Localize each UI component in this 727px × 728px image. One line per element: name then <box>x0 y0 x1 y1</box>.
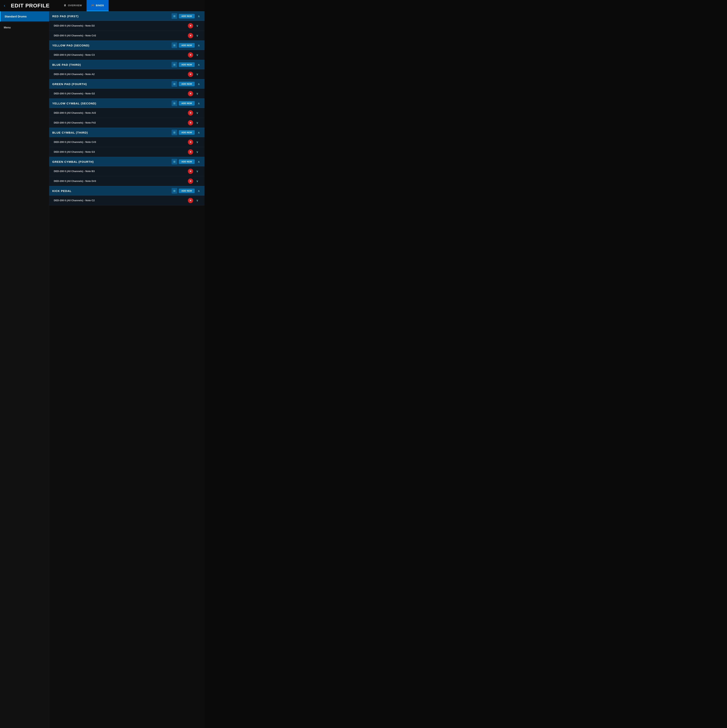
section-controls-green-cymbal: ⊞ ADD NEW ∧ <box>171 159 202 164</box>
nav-tab-binds[interactable]: 🎮BINDS <box>87 0 108 11</box>
section-header-yellow-pad: YELLOW PAD (SECOND) ⊞ ADD NEW ∧ <box>49 41 205 50</box>
nav-tab-overview[interactable]: 🖥OVERVIEW <box>59 0 86 11</box>
expand-button[interactable]: ∨ <box>195 179 200 184</box>
section-title-yellow-cymbal: YELLOW CYMBAL (SECOND) <box>52 102 171 105</box>
sidebar: Standard Drums Menu <box>0 11 49 728</box>
add-new-button-yellow-cymbal[interactable]: ADD NEW <box>179 101 195 106</box>
add-new-button-red-pad[interactable]: ADD NEW <box>179 14 195 18</box>
chevron-up-red-pad[interactable]: ∧ <box>196 14 202 19</box>
delete-button[interactable]: ✕ <box>188 169 193 174</box>
section-controls-yellow-pad: ⊞ ADD NEW ∧ <box>171 43 202 48</box>
section-title-green-cymbal: GREEN CYMBAL (FOURTH) <box>52 160 171 163</box>
grid-icon-blue-cymbal[interactable]: ⊞ <box>171 130 177 135</box>
bind-row: DED-200 0 (All Channels) - Note C2 ✕ ∨ <box>49 196 205 205</box>
add-new-button-kick-pedal[interactable]: ADD NEW <box>179 188 195 193</box>
section-header-yellow-cymbal: YELLOW CYMBAL (SECOND) ⊞ ADD NEW ∧ <box>49 98 205 108</box>
delete-button[interactable]: ✕ <box>188 179 193 184</box>
section-title-yellow-pad: YELLOW PAD (SECOND) <box>52 44 171 47</box>
delete-button[interactable]: ✕ <box>188 52 193 58</box>
delete-button[interactable]: ✕ <box>188 23 193 28</box>
delete-button[interactable]: ✕ <box>188 110 193 116</box>
add-new-button-green-cymbal[interactable]: ADD NEW <box>179 159 195 164</box>
page-title: EDIT PROFILE <box>11 3 50 9</box>
chevron-up-blue-cymbal[interactable]: ∧ <box>196 130 202 135</box>
section-header-blue-cymbal: BLUE CYMBAL (THIRD) ⊞ ADD NEW ∧ <box>49 128 205 137</box>
sidebar-item-menu[interactable]: Menu <box>0 23 49 32</box>
bind-controls: ✕ ∨ <box>188 149 200 154</box>
section-controls-blue-pad: ⊞ ADD NEW ∧ <box>171 62 202 67</box>
grid-icon-red-pad[interactable]: ⊞ <box>171 13 177 19</box>
bind-controls: ✕ ∨ <box>188 169 200 174</box>
delete-button[interactable]: ✕ <box>188 198 193 203</box>
binds-label: BINDS <box>96 4 104 7</box>
grid-icon-blue-pad[interactable]: ⊞ <box>171 62 177 67</box>
bind-controls: ✕ ∨ <box>188 110 200 116</box>
bind-controls: ✕ ∨ <box>188 179 200 184</box>
delete-button[interactable]: ✕ <box>188 33 193 38</box>
delete-button[interactable]: ✕ <box>188 139 193 145</box>
bind-row: DED-200 0 (All Channels) - Note A#2 ✕ ∨ <box>49 108 205 118</box>
bind-controls: ✕ ∨ <box>188 120 200 125</box>
grid-icon-yellow-cymbal[interactable]: ⊞ <box>171 101 177 106</box>
back-icon: ‹ <box>4 3 5 8</box>
bind-row: DED-200 0 (All Channels) - Note G2 ✕ ∨ <box>49 89 205 98</box>
chevron-up-kick-pedal[interactable]: ∧ <box>196 188 202 193</box>
chevron-up-green-pad[interactable]: ∧ <box>196 81 202 87</box>
add-new-button-blue-pad[interactable]: ADD NEW <box>179 62 195 67</box>
expand-button[interactable]: ∨ <box>195 110 200 116</box>
expand-button[interactable]: ∨ <box>195 169 200 174</box>
delete-button[interactable]: ✕ <box>188 72 193 77</box>
app-header: ‹ EDIT PROFILE 🖥OVERVIEW🎮BINDS <box>0 0 205 11</box>
expand-button[interactable]: ∨ <box>195 23 200 28</box>
chevron-up-blue-pad[interactable]: ∧ <box>196 62 202 67</box>
bind-label: DED-200 0 (All Channels) - Note C2 <box>54 199 188 202</box>
bind-label: DED-200 0 (All Channels) - Note B3 <box>54 170 188 173</box>
expand-button[interactable]: ∨ <box>195 139 200 145</box>
chevron-up-yellow-cymbal[interactable]: ∧ <box>196 101 202 106</box>
section-controls-blue-cymbal: ⊞ ADD NEW ∧ <box>171 130 202 135</box>
section-header-green-pad: GREEN PAD (FOURTH) ⊞ ADD NEW ∧ <box>49 79 205 89</box>
bind-controls: ✕ ∨ <box>188 139 200 145</box>
bind-controls: ✕ ∨ <box>188 198 200 203</box>
expand-button[interactable]: ∨ <box>195 198 200 203</box>
binds-icon: 🎮 <box>91 4 95 7</box>
bind-label: DED-200 0 (All Channels) - Note C#2 <box>54 34 188 37</box>
grid-icon-green-pad[interactable]: ⊞ <box>171 81 177 87</box>
grid-icon-kick-pedal[interactable]: ⊞ <box>171 188 177 194</box>
main-layout: Standard Drums Menu RED PAD (FIRST) ⊞ AD… <box>0 11 205 728</box>
grid-icon-yellow-pad[interactable]: ⊞ <box>171 43 177 48</box>
bind-label: DED-200 0 (All Channels) - Note F#2 <box>54 121 188 124</box>
delete-button[interactable]: ✕ <box>188 91 193 96</box>
bind-row: DED-200 0 (All Channels) - Note D#3 ✕ ∨ <box>49 176 205 186</box>
bind-row: DED-200 0 (All Channels) - Note A2 ✕ ∨ <box>49 69 205 79</box>
bind-controls: ✕ ∨ <box>188 33 200 38</box>
add-new-button-yellow-pad[interactable]: ADD NEW <box>179 43 195 47</box>
chevron-up-yellow-pad[interactable]: ∧ <box>196 43 202 48</box>
expand-button[interactable]: ∨ <box>195 120 200 125</box>
sidebar-item-standard-drums[interactable]: Standard Drums <box>0 11 49 21</box>
expand-button[interactable]: ∨ <box>195 72 200 77</box>
section-title-green-pad: GREEN PAD (FOURTH) <box>52 83 171 86</box>
expand-button[interactable]: ∨ <box>195 91 200 96</box>
delete-button[interactable]: ✕ <box>188 120 193 125</box>
expand-button[interactable]: ∨ <box>195 149 200 154</box>
bind-row: DED-200 0 (All Channels) - Note C3 ✕ ∨ <box>49 50 205 60</box>
expand-button[interactable]: ∨ <box>195 52 200 58</box>
back-button[interactable]: ‹ <box>4 3 5 8</box>
add-new-button-green-pad[interactable]: ADD NEW <box>179 82 195 86</box>
section-title-blue-cymbal: BLUE CYMBAL (THIRD) <box>52 131 171 134</box>
bind-label: DED-200 0 (All Channels) - Note D#3 <box>54 180 188 182</box>
bind-row: DED-200 0 (All Channels) - Note C#3 ✕ ∨ <box>49 137 205 147</box>
delete-button[interactable]: ✕ <box>188 149 193 154</box>
chevron-up-green-cymbal[interactable]: ∧ <box>196 159 202 164</box>
expand-button[interactable]: ∨ <box>195 33 200 38</box>
overview-icon: 🖥 <box>64 4 66 7</box>
grid-icon-green-cymbal[interactable]: ⊞ <box>171 159 177 164</box>
overview-label: OVERVIEW <box>68 4 82 7</box>
sidebar-divider <box>0 22 49 23</box>
add-new-button-blue-cymbal[interactable]: ADD NEW <box>179 130 195 135</box>
bind-label: DED-200 0 (All Channels) - Note C#3 <box>54 141 188 144</box>
main-content: RED PAD (FIRST) ⊞ ADD NEW ∧ DED-200 0 (A… <box>49 11 205 728</box>
section-controls-red-pad: ⊞ ADD NEW ∧ <box>171 13 202 19</box>
bind-controls: ✕ ∨ <box>188 72 200 77</box>
